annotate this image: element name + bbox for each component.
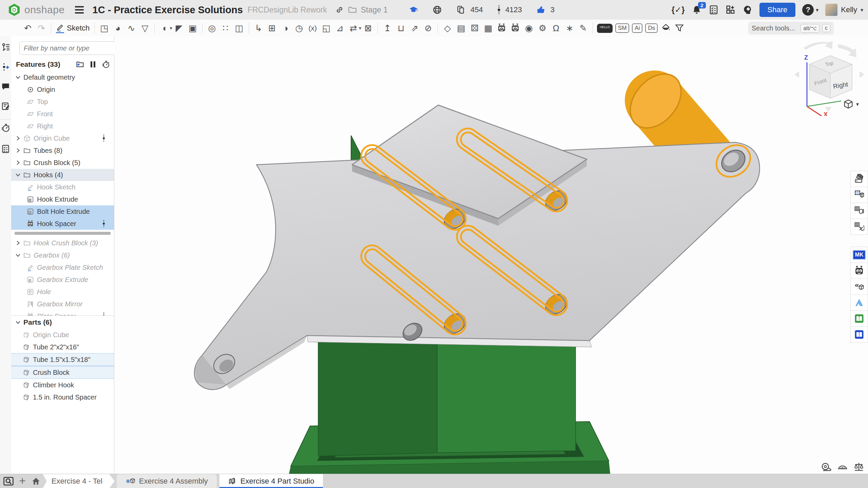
tree-item-top-plane[interactable]: Top (11, 96, 114, 108)
blue-book-app-button[interactable] (850, 326, 868, 343)
filter-tool[interactable] (673, 22, 686, 34)
export-cube-app-button[interactable] (850, 279, 868, 295)
tree-folder-crush-block[interactable]: Crush Block (5) (11, 157, 114, 169)
circular-pattern-tool[interactable]: ◷ (292, 22, 306, 34)
rollback-bar[interactable] (15, 232, 111, 235)
main-menu-button[interactable] (75, 6, 84, 14)
suppress-handle-icon[interactable] (102, 220, 105, 228)
configurations-panel-button[interactable] (850, 203, 868, 219)
paint-bucket-tool[interactable] (659, 22, 673, 34)
document-title[interactable]: 1C - Practice Exercise Solutions (93, 4, 243, 16)
filter-input[interactable] (19, 41, 119, 55)
parts-section-header[interactable]: Parts (6) (11, 316, 114, 329)
shell-tool[interactable]: ▣ (186, 22, 199, 34)
tree-item-hook-spacer[interactable]: Hook Spacer (11, 218, 114, 230)
part-item-tube-2x2x16[interactable]: Tube 2"x2"x16" (11, 341, 114, 353)
tree-folder-gearbox[interactable]: Gearbox (6) (11, 249, 114, 261)
loft-tool[interactable]: ▽ (138, 22, 152, 34)
split-tool[interactable]: ◱ (320, 22, 333, 34)
appearance-panel-button[interactable] (850, 171, 868, 187)
tree-item-hook-extrude[interactable]: Hook Extrude (11, 193, 114, 205)
undo-button[interactable]: ↶ (21, 22, 35, 34)
suppress-handle-icon[interactable] (102, 312, 105, 316)
feature-list-icon[interactable] (1, 144, 10, 154)
search-tabs-icon[interactable] (3, 475, 14, 487)
mirror-tool[interactable]: ◫ (232, 22, 246, 34)
sketch-button[interactable]: Sketch (56, 23, 90, 33)
tree-item-origin-cube[interactable]: Origin Cube (11, 132, 114, 144)
gear-tool[interactable]: ⚙ (536, 22, 549, 34)
rollback-history-icon[interactable] (102, 60, 110, 68)
tree-item-plate-spacer[interactable]: Plate Spacer (11, 310, 114, 316)
likes-thumb-icon[interactable] (536, 5, 546, 15)
onshape-logo[interactable]: onshape (7, 3, 65, 17)
hole-pattern-tool[interactable]: ⚄ (468, 22, 481, 34)
versions-history-icon[interactable] (1, 43, 10, 52)
ai-badge-tool[interactable]: Ai (632, 23, 642, 33)
workspace-label[interactable]: Stage 1 (361, 5, 388, 15)
robot-app-button[interactable] (850, 263, 868, 279)
tree-item-hole[interactable]: Hole (11, 286, 114, 298)
search-tools[interactable]: Search tools... alt/⌥ c (748, 22, 834, 35)
bom-table-panel-button[interactable] (850, 187, 868, 203)
tree-folder-hook-crush-block[interactable]: Hook Crush Block (3) (11, 237, 114, 249)
app-store-icon[interactable] (726, 5, 736, 15)
chamfer-tool[interactable]: ◤ (172, 22, 186, 34)
sheet-metal-tool[interactable]: SM (615, 23, 630, 33)
transform-caret-icon[interactable]: ▾ (359, 25, 362, 31)
part-item-origin-cube[interactable]: Origin Cube (11, 329, 114, 341)
chevron-down-icon[interactable] (15, 172, 21, 178)
part-item-crush-block[interactable]: Crush Block (11, 366, 114, 379)
primitive-cube-tool[interactable]: ◇ (441, 22, 454, 34)
transform-tool[interactable]: ⇄ (347, 22, 360, 34)
chevron-right-icon[interactable] (15, 240, 21, 246)
public-globe-icon[interactable] (432, 5, 442, 15)
chevron-right-icon[interactable] (15, 136, 21, 141)
delete-face-tool[interactable]: ⊘ (421, 22, 435, 34)
new-folder-icon[interactable] (76, 60, 84, 68)
create-version-icon[interactable] (1, 62, 10, 72)
green-book-app-button[interactable] (850, 310, 868, 327)
display-mode-button[interactable]: ▾ (843, 99, 859, 109)
custom-feature-robot2-tool[interactable] (508, 22, 522, 34)
linear-pattern-tool[interactable]: ⊞ (265, 22, 279, 34)
suppress-pause-icon[interactable] (89, 60, 97, 68)
comments-icon[interactable] (1, 82, 10, 91)
enclose-tool[interactable]: ⊔ (394, 22, 408, 34)
protractor-icon[interactable] (837, 462, 848, 472)
share-button[interactable]: Share (759, 3, 796, 17)
tab-exercise-4-part-studio[interactable]: Exercise 4 Part Studio (219, 474, 323, 488)
delete-part-tool[interactable]: ⊠ (361, 22, 375, 34)
variable-tool[interactable]: (x) (306, 22, 320, 34)
tree-item-default-geometry[interactable]: Default geometry (11, 71, 114, 83)
home-tab-button[interactable] (29, 474, 43, 488)
add-tab-button[interactable]: + (19, 474, 26, 487)
tree-item-gearbox-extrude[interactable]: Gearbox Extrude (11, 273, 114, 286)
notes-icon[interactable] (1, 102, 10, 111)
tree-item-right-plane[interactable]: Right (11, 120, 114, 132)
tree-folder-tubes[interactable]: Tubes (8) (11, 144, 114, 157)
chevron-right-icon[interactable] (15, 148, 21, 153)
chevron-down-icon[interactable] (15, 75, 21, 80)
clay-tool[interactable]: ◉ (522, 22, 536, 34)
graphics-area[interactable] (114, 37, 868, 474)
help-menu[interactable]: ? ▾ (802, 4, 818, 16)
tape-measure-icon[interactable] (821, 462, 832, 472)
model-canvas[interactable] (114, 37, 868, 474)
pattern-tool[interactable]: ∷ (219, 22, 232, 34)
thicken-tool[interactable]: ↥ (381, 22, 394, 34)
boolean-tool[interactable]: ◑ (279, 22, 292, 34)
history-icon[interactable] (1, 123, 10, 133)
marker-tool[interactable]: ✎ (576, 22, 590, 34)
tree-item-bolt-hole-extrude[interactable]: Bolt Hole Extrude (11, 205, 114, 218)
nametag-tool[interactable]: HELLO (597, 24, 613, 33)
spark-tool[interactable]: ∗ (563, 22, 576, 34)
part-item-round-spacer[interactable]: 1.5 in. Round Spacer (11, 391, 114, 403)
extrude-tool[interactable]: ◳ (97, 22, 111, 34)
link-icon[interactable] (335, 5, 344, 14)
copies-icon[interactable] (456, 5, 466, 15)
tube-tool[interactable]: ▤ (454, 22, 468, 34)
sweep-tool[interactable]: ∿ (124, 22, 138, 34)
tree-item-gearbox-mirror[interactable]: Gearbox Mirror (11, 298, 114, 310)
part-item-tube-15x15x18[interactable]: Tube 1.5"x1.5"x18" (11, 353, 114, 366)
